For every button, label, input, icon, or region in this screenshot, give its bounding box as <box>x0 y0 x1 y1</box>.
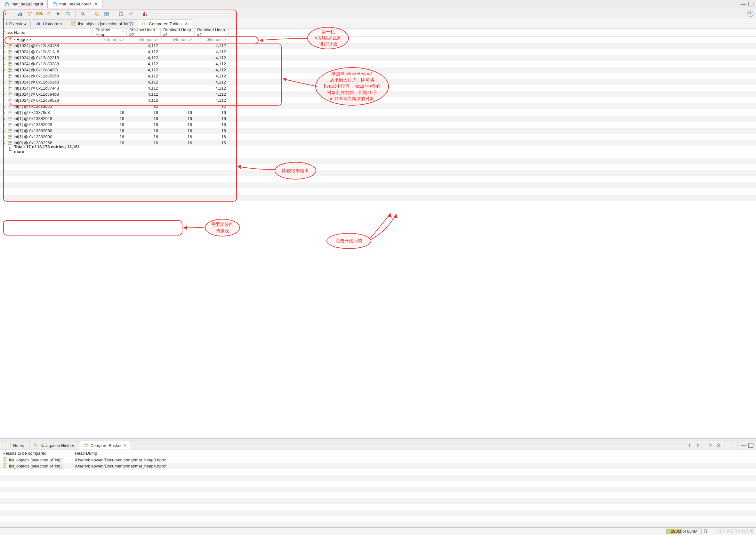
cell-retained-heap-1: 16 <box>161 128 194 133</box>
close-icon[interactable]: ✕ <box>184 21 188 26</box>
table-row[interactable]: ›int[1024] @ 0x12c895284,1124,112 <box>0 97 756 103</box>
compare-row[interactable]: list_objects [selection of 'int[]']/User… <box>0 463 756 469</box>
table-row[interactable]: ›int[1] @ 0x1338209016161616 <box>0 134 756 140</box>
compare-col-results[interactable]: Results to be compared <box>0 451 72 456</box>
table-row[interactable]: ›int[1024] @ 0x12c884b84,1124,112 <box>0 91 756 97</box>
help-icon[interactable]: ? <box>747 11 753 17</box>
table-row[interactable]: ›int[1] @ 0x1338201816161616 <box>0 116 756 122</box>
trash-icon[interactable] <box>703 528 708 534</box>
regex-filter-input[interactable]: <Regex> <box>14 37 31 42</box>
table-row[interactable]: ›int[1024] @ 0x12c863d84,1124,112 <box>0 79 756 85</box>
column-shallow-heap-2[interactable]: Shallow Heap #2 <box>127 28 161 36</box>
tab-notes[interactable]: Notes <box>2 441 28 450</box>
svg-rect-14 <box>96 13 99 16</box>
compare-col-heapdump[interactable]: Heap Dump <box>72 451 756 456</box>
run-query-icon[interactable] <box>55 11 62 17</box>
cell-retained-heap-1: 16 <box>161 110 194 115</box>
column-shallow-heap[interactable]: Shallow Heap˄ <box>93 28 127 36</box>
column-retained-heap-1[interactable]: Retained Heap #1 <box>161 28 194 36</box>
file-tab-heap3[interactable]: mat_heap3.hprof <box>0 0 48 8</box>
tab-overview[interactable]: i Overview <box>2 19 31 28</box>
tab-navigation-history[interactable]: Navigation History <box>29 441 78 450</box>
maximize-button[interactable] <box>748 2 753 6</box>
horizontal-splitter[interactable] <box>0 438 756 441</box>
numeric-filter-input[interactable]: <Numeric> <box>127 37 161 42</box>
remove-all-icon[interactable] <box>716 442 721 448</box>
expand-icon[interactable]: › <box>3 105 6 108</box>
tab-compared-tables[interactable]: Compared Tables ✕ <box>138 19 193 28</box>
remove-icon[interactable]: ✖ <box>707 442 713 448</box>
cell-retained-heap-2: 4,112 <box>194 55 228 60</box>
expand-icon[interactable]: › <box>3 99 6 102</box>
gear-icon[interactable] <box>46 11 52 17</box>
table-row[interactable]: ›int[1024] @ 0x12c811a84,1124,112 <box>0 49 756 55</box>
expand-icon[interactable]: › <box>3 86 6 90</box>
main-table-area: Class Name Shallow Heap˄ Shallow Heap #2… <box>0 28 756 438</box>
expand-icon[interactable]: › <box>3 129 6 133</box>
move-up-icon[interactable]: ⬆ <box>695 442 701 448</box>
expand-icon[interactable]: › <box>3 111 6 115</box>
move-down-icon[interactable]: ⬇ <box>686 442 692 448</box>
table-row[interactable]: ›int[4] @ 0x12c8a5503232 <box>0 103 756 109</box>
copy-icon[interactable] <box>94 11 100 17</box>
close-icon[interactable]: ✕ <box>123 443 127 448</box>
tab-compare-basket[interactable]: Compare Basket ✕ <box>79 441 131 450</box>
table-row[interactable]: ›int[1024] @ 0x12c822184,1124,112 <box>0 55 756 61</box>
file-tab-label: mat_heap3.hprof <box>12 2 43 6</box>
calculator-icon[interactable] <box>118 11 124 17</box>
compare-bars-icon[interactable] <box>142 11 148 17</box>
svg-rect-35 <box>10 57 12 58</box>
tab-histogram[interactable]: Histogram <box>32 19 66 28</box>
expand-icon[interactable]: › <box>3 50 6 54</box>
table-row[interactable]: ›int[1] @ 0x1337ffd816161616 <box>0 109 756 116</box>
numeric-filter-input[interactable]: <Numeric> <box>161 37 194 42</box>
column-class-name[interactable]: Class Name <box>0 28 93 36</box>
expand-icon[interactable]: › <box>3 74 6 78</box>
cell-retained-heap-2: 4,112 <box>194 92 228 97</box>
expand-icon[interactable]: › <box>3 123 6 127</box>
tab-list-objects[interactable]: list_objects [selection of 'int[]'] <box>67 19 137 28</box>
svg-rect-2 <box>18 14 19 16</box>
column-retained-heap-2[interactable]: Retained Heap #2 <box>194 28 228 36</box>
memory-usage[interactable]: 290M of 654M <box>666 528 708 534</box>
table-row[interactable]: ›int[1024] @ 0x12c842f84,1124,112 <box>0 67 756 73</box>
expand-icon[interactable]: › <box>3 68 6 72</box>
expand-icon[interactable]: › <box>3 117 6 121</box>
numeric-filter-input[interactable]: <Numeric> <box>93 37 127 42</box>
minimize-button[interactable] <box>741 4 746 5</box>
cell-shallow-heap: 16 <box>93 140 127 145</box>
numeric-filter-input[interactable]: <Numeric> <box>194 37 228 42</box>
close-icon[interactable]: ✕ <box>93 2 98 6</box>
table-icon[interactable] <box>103 11 110 17</box>
oql-icon[interactable]: OQL <box>36 11 43 17</box>
expand-icon[interactable]: › <box>3 80 6 84</box>
expand-icon[interactable]: › <box>3 62 6 66</box>
compare-row[interactable]: list_objects [selection of 'int[]']/User… <box>0 457 756 463</box>
table-row[interactable]: ›int[1] @ 0x1338208016161616 <box>0 128 756 134</box>
bottom-tab-bar: Notes Navigation History Compare Basket … <box>0 441 756 450</box>
table-row[interactable]: ›int[1024] @ 0x12c853684,1124,112 <box>0 73 756 79</box>
histogram-icon[interactable] <box>17 11 23 17</box>
table-row[interactable]: ›int[1] @ 0x1338202816161616 <box>0 122 756 128</box>
table-row[interactable]: ›int[1024] @ 0x12c874484,1124,112 <box>0 85 756 91</box>
cell-retained-heap-1: 16 <box>161 134 194 139</box>
expand-icon[interactable]: › <box>3 93 6 96</box>
object-name: int[1] @ 0x13382028 <box>14 122 52 127</box>
object-name: int[1] @ 0x13382090 <box>14 134 52 139</box>
maximize-panel-button[interactable] <box>748 443 753 448</box>
minimize-panel-button[interactable] <box>741 445 746 446</box>
array-object-icon <box>8 116 13 121</box>
tree-icon[interactable] <box>27 11 33 17</box>
chart-icon[interactable] <box>128 11 134 17</box>
compare-run-icon[interactable]: ! <box>728 442 734 448</box>
expand-icon[interactable]: › <box>3 135 6 139</box>
table-row[interactable]: ›int[1024] @ 0x12c832884,1124,112 <box>0 61 756 67</box>
table-row[interactable]: ›int[1024] @ 0x12c801384,1124,112 <box>0 42 756 49</box>
table-row[interactable]: ›int[0] @ 0x1338226816161616 <box>0 140 756 146</box>
expand-icon[interactable]: › <box>3 44 6 48</box>
info-icon[interactable]: i <box>3 11 9 17</box>
search-icon[interactable] <box>79 11 86 17</box>
database-search-icon[interactable] <box>65 11 72 17</box>
expand-icon[interactable]: › <box>3 56 6 60</box>
file-tab-heap4[interactable]: mat_heap4.hprof ✕ <box>48 0 102 8</box>
